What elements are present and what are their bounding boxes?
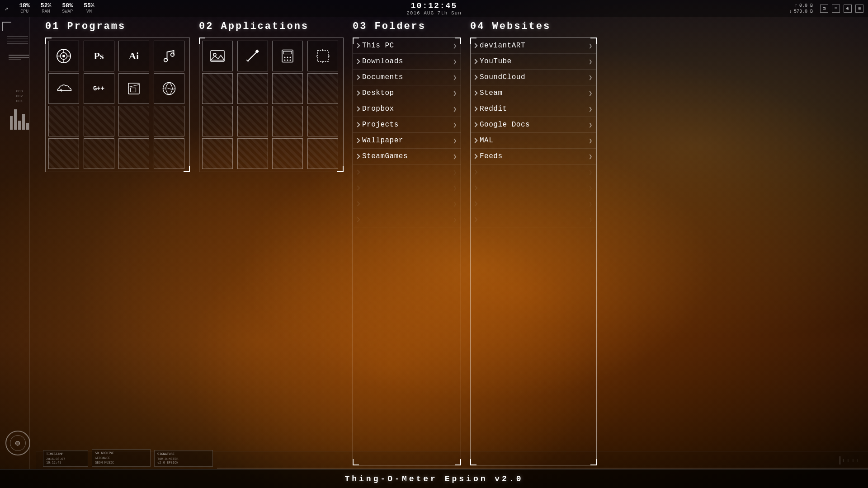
hud-deco-lines (7, 36, 28, 44)
cpu-label: CPU (20, 9, 28, 14)
steam-icon (56, 48, 72, 64)
app-empty-1[interactable] (202, 73, 233, 104)
hud-graph-area: 003 002 001 (13, 89, 23, 103)
hud-circle-widget (5, 431, 30, 465)
prog-empty-2[interactable] (84, 106, 114, 136)
web-empty-4 (471, 212, 596, 228)
folder-steamgames[interactable]: SteamGames (353, 149, 461, 164)
folder-downloads[interactable]: Downloads (353, 54, 461, 70)
app-empty-7[interactable] (272, 106, 303, 136)
web-empty-1 (471, 164, 596, 180)
program-soundcloud[interactable] (48, 73, 79, 104)
web-steam[interactable]: Steam (471, 85, 596, 101)
swap-value: 58% (62, 3, 73, 9)
hud-line-4 (7, 42, 28, 42)
prog-empty-1[interactable] (48, 106, 79, 136)
app-empty-8[interactable] (307, 106, 338, 136)
prog-empty-7[interactable] (118, 138, 149, 169)
system-stats: ↗ 18% CPU 52% RAM 58% SWAP 55% VM (5, 3, 94, 14)
app-empty-3[interactable] (272, 73, 303, 104)
app-empty-11[interactable] (272, 138, 303, 169)
applications-grid-panel (199, 38, 344, 172)
firefox-icon (161, 80, 177, 97)
svg-point-23 (284, 60, 286, 61)
programs-section: 01 Programs Ps (45, 21, 190, 465)
ram-label: RAM (42, 9, 50, 14)
program-illustrator[interactable]: Ai (118, 41, 149, 71)
prog-empty-8[interactable] (154, 138, 184, 169)
left-hud-panel: 003 002 001 (0, 17, 35, 469)
hud-graph-label-1: 001 (16, 99, 23, 103)
program-music[interactable] (154, 41, 184, 71)
tray-icon-3[interactable]: ⊙ (844, 5, 852, 13)
folders-list-panel: This PC Downloads Documents Desktop Drop… (353, 38, 461, 465)
app-panel-corner-br (338, 167, 344, 172)
circle-dot (15, 441, 20, 446)
web-empty-2 (471, 180, 596, 196)
websites-list-panel: deviantART YouTube SoundCloud Steam Redd… (470, 38, 597, 465)
prog-empty-6[interactable] (84, 138, 114, 169)
sections-container: 01 Programs Ps (38, 17, 863, 469)
bar-4 (22, 114, 25, 130)
web-googledocs[interactable]: Google Docs (471, 117, 596, 133)
folder-corner-br (455, 459, 461, 465)
app-empty-6[interactable] (237, 106, 268, 136)
tray-icon-4[interactable]: ≋ (855, 5, 863, 13)
bar-5 (26, 123, 29, 130)
app-empty-10[interactable] (237, 138, 268, 169)
folder-dropbox[interactable]: Dropbox (353, 101, 461, 117)
svg-point-20 (284, 57, 286, 58)
prog-empty-5[interactable] (48, 138, 79, 169)
tablet-icon (126, 80, 142, 97)
bar-3 (18, 121, 21, 130)
applications-title: 02 Applications (199, 21, 344, 32)
soundcloud-icon (56, 80, 72, 97)
clock-display: 10:12:45 (406, 1, 462, 10)
programs-grid-panel: Ps Ai (45, 38, 190, 172)
web-deviantart[interactable]: deviantART (471, 38, 596, 54)
web-youtube[interactable]: YouTube (471, 54, 596, 70)
web-feeds[interactable]: Feeds (471, 149, 596, 164)
web-mal[interactable]: MAL (471, 133, 596, 149)
app-empty-4[interactable] (307, 73, 338, 104)
folder-thispc[interactable]: This PC (353, 38, 461, 54)
app-select[interactable] (307, 41, 338, 71)
websites-title: 04 Websites (470, 21, 597, 32)
app-images[interactable] (202, 41, 233, 71)
web-soundcloud[interactable]: SoundCloud (471, 70, 596, 85)
program-photoshop[interactable]: Ps (84, 41, 114, 71)
prog-empty-3[interactable] (118, 106, 149, 136)
tray-icon-2[interactable]: ≡ (832, 5, 840, 13)
folder-documents[interactable]: Documents (353, 70, 461, 85)
panel-corner-br (184, 167, 190, 172)
cpu-stat: 18% CPU (19, 3, 29, 14)
app-empty-5[interactable] (202, 106, 233, 136)
prog-empty-4[interactable] (154, 106, 184, 136)
net-down-row: ↓ 573.0 B (789, 9, 813, 14)
folder-wallpaper[interactable]: Wallpaper (353, 133, 461, 149)
program-gpp[interactable]: G++ (84, 73, 114, 104)
programs-icon-grid: Ps Ai (48, 41, 187, 169)
folder-desktop[interactable]: Desktop (353, 85, 461, 101)
tray-icon-1[interactable]: ⊡ (820, 5, 828, 13)
net-down-arrow-icon: ↓ (789, 9, 792, 14)
app-empty-2[interactable] (237, 73, 268, 104)
network-stats: ↑ 0.0 B ↓ 573.0 B (789, 3, 813, 14)
hud-bar-graph (6, 107, 29, 130)
web-empty-3 (471, 196, 596, 212)
web-corner-bl (470, 459, 476, 465)
program-tablet[interactable] (118, 73, 149, 104)
folders-title: 03 Folders (353, 21, 461, 32)
program-steam[interactable] (48, 41, 79, 71)
net-down-value: 573.0 B (794, 9, 813, 14)
web-reddit[interactable]: Reddit (471, 101, 596, 117)
swap-label: SWAP (62, 9, 73, 14)
app-empty-12[interactable] (307, 138, 338, 169)
app-draw[interactable] (237, 41, 268, 71)
folder-projects[interactable]: Projects (353, 117, 461, 133)
app-empty-9[interactable] (202, 138, 233, 169)
gpp-label: G++ (93, 85, 104, 92)
app-calculator[interactable] (272, 41, 303, 71)
program-firefox[interactable] (154, 73, 184, 104)
net-up-value: 0.0 B (799, 3, 813, 8)
